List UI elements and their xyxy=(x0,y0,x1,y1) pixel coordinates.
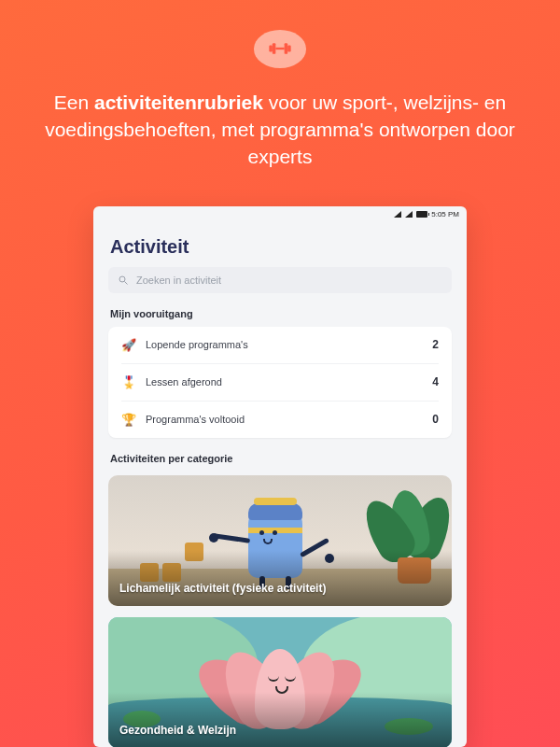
progress-row-value: 4 xyxy=(432,375,439,388)
phone-frame: 5:05 PM Activiteit Zoeken in activiteit … xyxy=(93,206,467,747)
search-input[interactable]: Zoeken in activiteit xyxy=(108,267,452,293)
svg-line-6 xyxy=(125,281,128,284)
svg-point-5 xyxy=(119,276,125,282)
progress-row-value: 2 xyxy=(432,338,439,351)
promo-headline-bold: activiteitenrubriek xyxy=(94,92,263,113)
svg-rect-3 xyxy=(285,43,288,54)
progress-card: 🚀 Lopende programma's 2 🎖️ Lessen afgero… xyxy=(108,327,452,438)
search-placeholder: Zoeken in activiteit xyxy=(136,275,221,286)
svg-rect-2 xyxy=(273,43,276,54)
progress-row-lessons[interactable]: 🎖️ Lessen afgerond 4 xyxy=(121,364,439,402)
category-card-wellness[interactable]: Gezondheid & Welzijn xyxy=(108,617,452,747)
medal-icon: 🎖️ xyxy=(121,375,136,389)
promo-headline-pre: Een xyxy=(54,92,94,113)
progress-row-label: Programma's voltooid xyxy=(146,414,245,425)
battery-icon xyxy=(416,211,427,218)
phone-content: Activiteit Zoeken in activiteit Mijn voo… xyxy=(93,223,467,747)
trophy-icon: 🏆 xyxy=(121,413,136,427)
dumbbell-icon xyxy=(254,30,306,68)
category-title: Lichamelijk activiteit (fysieke activite… xyxy=(119,582,326,595)
progress-row-running[interactable]: 🚀 Lopende programma's 2 xyxy=(121,327,439,364)
section-label-categories: Activiteiten per categorie xyxy=(110,453,450,464)
section-label-progress: Mijn vooruitgang xyxy=(110,308,450,319)
signal-icon xyxy=(405,211,413,218)
status-bar: 5:05 PM xyxy=(93,206,467,223)
progress-row-value: 0 xyxy=(432,413,439,426)
svg-rect-1 xyxy=(287,46,291,52)
svg-rect-4 xyxy=(275,48,284,49)
rocket-icon: 🚀 xyxy=(121,338,136,352)
svg-rect-0 xyxy=(269,46,273,52)
progress-row-completed[interactable]: 🏆 Programma's voltooid 0 xyxy=(121,402,439,438)
status-time: 5:05 PM xyxy=(431,210,459,218)
category-card-physical[interactable]: Lichamelijk activiteit (fysieke activite… xyxy=(108,475,452,606)
promo-headline: Een activiteitenrubriek voor uw sport-, … xyxy=(41,89,519,171)
search-icon xyxy=(118,275,129,286)
progress-row-label: Lopende programma's xyxy=(146,339,248,350)
promo-background: Een activiteitenrubriek voor uw sport-, … xyxy=(0,0,560,747)
wifi-icon xyxy=(394,211,401,218)
page-title: Activiteit xyxy=(110,236,450,258)
category-title: Gezondheid & Welzijn xyxy=(119,724,236,737)
progress-row-label: Lessen afgerond xyxy=(146,376,222,388)
